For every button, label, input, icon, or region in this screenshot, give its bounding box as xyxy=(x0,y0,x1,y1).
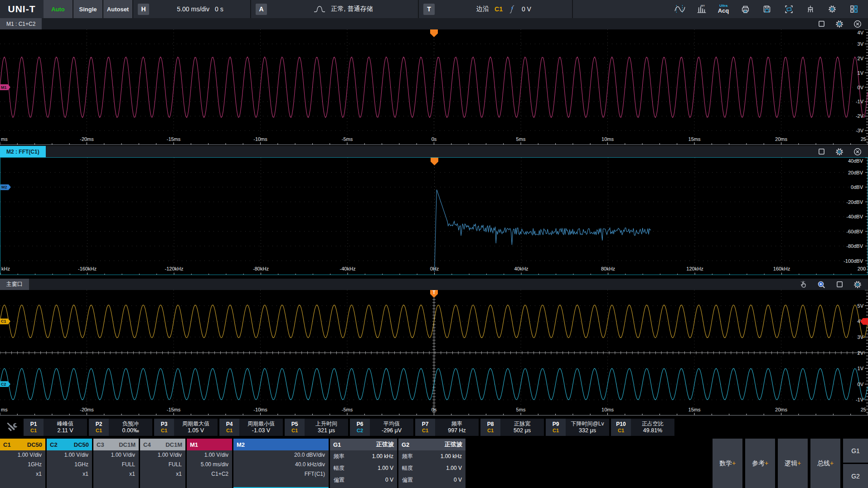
toolbar-spacer xyxy=(572,0,666,18)
channel-card-c1[interactable]: C1DC501.00 V/div1GHzx1 xyxy=(0,439,45,488)
measurement-p6[interactable]: P6C2平均值-296 μV xyxy=(350,419,413,436)
generator-param-row: 幅度1.00 V xyxy=(330,462,397,474)
timebase-position: 0 s xyxy=(215,5,223,13)
measurement-p10[interactable]: P10C1正占空比49.81% xyxy=(611,419,674,436)
close-icon[interactable] xyxy=(853,20,862,28)
channel-card-g2[interactable]: G2正弦波频率1.00 kHz幅度1.00 V偏置0 V xyxy=(398,439,466,488)
generator-param-row: 偏置0 V xyxy=(398,474,466,486)
y-tick-label: -60dBV xyxy=(846,229,863,234)
x-tick-label: -160kHz xyxy=(78,266,97,271)
m1-window-controls xyxy=(817,20,862,28)
maximize-icon[interactable] xyxy=(817,20,825,28)
channel-card-row: 1GHz xyxy=(0,460,45,469)
zoom-in-icon[interactable] xyxy=(817,280,825,289)
channel-card-row: FULL xyxy=(93,460,139,469)
tab-m2[interactable]: M2 : FFT(C1) xyxy=(0,146,46,157)
measurement-body: 正脉宽502 μs xyxy=(500,419,544,436)
panel-main-window: 主窗口 ms-20ms-15ms-10ms-5ms0s5ms10ms15ms20… xyxy=(0,279,868,416)
y-tick-label: 1V xyxy=(858,366,863,371)
measurement-body: 频率997 Hz xyxy=(435,419,479,436)
y-tick-label: -100dBV xyxy=(844,258,863,264)
cursor-measure-icon[interactable] xyxy=(672,2,688,16)
channel-card-m1[interactable]: M11.00 V/div5.00 ms/divC1+C2 xyxy=(187,439,232,488)
add-总线-button[interactable]: 总线+ xyxy=(810,439,840,488)
x-tick-label: ms xyxy=(1,407,8,412)
measurement-p2[interactable]: P2C1负预冲0.00‰ xyxy=(89,419,152,436)
run-control-group: Auto Single Autoset xyxy=(44,0,132,18)
measurement-p5[interactable]: P5C1上升时间321 μs xyxy=(285,419,348,436)
add-数学-button[interactable]: 数学+ xyxy=(713,439,742,488)
channel-card-header: G1正弦波 xyxy=(330,439,397,450)
measurement-p1[interactable]: P1C1峰峰值2.11 V xyxy=(24,419,87,436)
x-tick-label: -5ms xyxy=(342,136,353,142)
ultra-acq-icon[interactable]: UltraAcq xyxy=(716,2,731,16)
generator-param-row: 频率1.00 kHz xyxy=(330,450,397,462)
x-tick-label: 15ms xyxy=(689,136,701,142)
generator-button-g2[interactable]: G2 xyxy=(843,464,868,488)
x-tick-label: 160kHz xyxy=(773,266,790,271)
autoset-button[interactable]: Autoset xyxy=(103,0,132,18)
x-tick-label: 80kHz xyxy=(601,266,615,271)
touch-icon[interactable] xyxy=(799,280,807,289)
save-icon[interactable] xyxy=(759,2,775,16)
settings-icon[interactable] xyxy=(835,148,844,156)
maximize-icon[interactable] xyxy=(835,280,844,289)
settings-icon[interactable] xyxy=(853,280,862,289)
channel-card-g1[interactable]: G1正弦波频率1.00 kHz幅度1.00 V偏置0 V xyxy=(330,439,397,488)
acquire-key: A xyxy=(256,4,267,15)
measure-tools-icon[interactable] xyxy=(3,419,22,436)
tab-m1[interactable]: M1 : C1+C2 xyxy=(0,18,42,29)
tab-main-window[interactable]: 主窗口 xyxy=(0,279,29,290)
fft-analysis-icon[interactable]: FFT xyxy=(694,2,709,16)
channel-card-row: 20.0 dBV/div xyxy=(233,450,329,460)
y-tick-label: 3V xyxy=(858,41,863,47)
add-参考-button[interactable]: 参考+ xyxy=(745,439,775,488)
generator-button-g1[interactable]: G1 xyxy=(843,439,868,463)
measurement-p4[interactable]: P4C1周期最小值-1.03 V xyxy=(219,419,283,436)
close-icon[interactable] xyxy=(853,148,862,156)
channel-card-c4[interactable]: C4DC1M1.00 V/divFULLx1 xyxy=(140,439,185,488)
y-tick-label: -80dBV xyxy=(846,243,863,249)
x-tick-label: -10ms xyxy=(253,136,267,142)
measurement-p8[interactable]: P8C1正脉宽502 μs xyxy=(480,419,544,436)
print-icon[interactable] xyxy=(737,2,753,16)
x-tick-label: 20ms xyxy=(775,407,787,412)
trigger-section[interactable]: T 边沿 C1 0 V xyxy=(418,0,572,18)
run-mode-auto-button[interactable]: Auto xyxy=(44,0,73,18)
add-逻辑-button[interactable]: 逻辑+ xyxy=(778,439,808,488)
single-button[interactable]: Single xyxy=(73,0,102,18)
measurement-p3[interactable]: P3C1周期最大值1.05 V xyxy=(154,419,218,436)
channel-card-m2[interactable]: M220.0 dBV/div40.0 kHz/divFFT(C1) xyxy=(233,439,329,488)
measurements-bar: P1C1峰峰值2.11 VP2C1负预冲0.00‰P3C1周期最大值1.05 V… xyxy=(0,417,868,437)
acquire-section[interactable]: A 正常, 普通存储 xyxy=(250,0,418,18)
window-layout-icon[interactable] xyxy=(846,2,862,16)
y-tick-label: -40dBV xyxy=(846,214,863,219)
horizontal-section[interactable]: H 5.00 ms/div 0 s xyxy=(132,0,250,18)
m2-plot[interactable]: kHz-160kHz-120kHz-80kHz-40kHz0Hz40kHz80k… xyxy=(0,157,868,275)
y-tick-label: 1V xyxy=(858,70,863,76)
settings-icon[interactable] xyxy=(835,20,844,28)
rising-edge-icon xyxy=(508,5,516,13)
x-tick-label: 25 xyxy=(861,407,866,412)
x-tick-label: -5ms xyxy=(342,407,353,412)
trigger-level: 0 V xyxy=(522,5,531,13)
y-tick-label: -1V xyxy=(856,397,863,402)
generator-param-row: 频率1.00 kHz xyxy=(398,450,466,462)
m2-window-controls xyxy=(817,148,862,156)
maximize-icon[interactable] xyxy=(817,148,825,156)
clear-icon[interactable] xyxy=(803,2,818,16)
y-tick-label: 2V xyxy=(858,350,863,356)
channel-card-c2[interactable]: C2DC501.00 V/div1GHzx1 xyxy=(47,439,92,488)
channel-card-row: FULL xyxy=(140,460,185,469)
channel-card-c3[interactable]: C3DC1M1.00 V/divFULLx1 xyxy=(93,439,139,488)
measurement-p7[interactable]: P7C1频率997 Hz xyxy=(415,419,479,436)
screenshot-icon[interactable] xyxy=(781,2,796,16)
main-window-plot[interactable]: ms-20ms-15ms-10ms-5ms0s5ms10ms15ms20ms25… xyxy=(0,290,868,416)
m1-plot[interactable]: ms-20ms-15ms-10ms-5ms0s5ms10ms15ms20ms25… xyxy=(0,29,868,145)
channel-card-row: x1 xyxy=(47,469,92,479)
settings-icon[interactable] xyxy=(824,2,840,16)
main-window-header: 主窗口 xyxy=(0,279,868,290)
measurement-p9[interactable]: P9C1下降时间@Lv332 μs xyxy=(546,419,609,436)
m2-header: M2 : FFT(C1) xyxy=(0,146,868,157)
y-tick-label: 0V xyxy=(858,85,863,90)
